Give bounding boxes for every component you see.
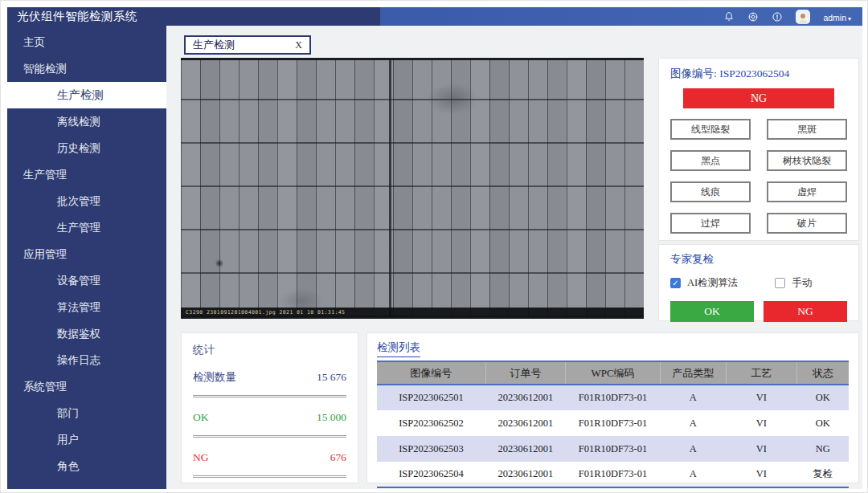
table-column-header: 图像编号 [377, 361, 485, 385]
table-cell: 20230612001 [485, 385, 566, 410]
table-column-header: 订单号 [485, 361, 566, 385]
defect-button[interactable]: 过焊 [670, 213, 751, 234]
defect-button[interactable]: 虚焊 [767, 181, 847, 202]
tab-label: 生产检测 [193, 38, 235, 52]
table-row[interactable]: ISP202306250220230612001F01R10DF73-01AVI… [377, 410, 849, 436]
table-column-header: WPC编码 [566, 361, 660, 385]
defect-button[interactable]: 线型隐裂 [670, 119, 751, 140]
gear-icon[interactable] [747, 11, 759, 22]
info-icon[interactable] [772, 11, 783, 22]
chevron-down-icon: ▾ [848, 15, 851, 22]
table-cell: A [660, 436, 726, 462]
verdict-buttons: OK NG [670, 301, 847, 322]
defect-button[interactable]: 树枝状隐裂 [767, 150, 847, 171]
table-column-header: 状态 [796, 361, 849, 385]
sidebar-item[interactable]: 生产管理 [7, 161, 166, 188]
table-cell: A [660, 462, 726, 487]
table-cell: F01R10DF73-01 [566, 462, 660, 487]
table-cell: 20230612001 [485, 436, 566, 462]
sidebar-item[interactable]: 角色 [7, 453, 166, 479]
table-header-row: 图像编号订单号WPC编码产品类型工艺状态 [377, 361, 849, 385]
sidebar-item[interactable]: 数据鉴权 [7, 320, 166, 347]
detection-table: 图像编号订单号WPC编码产品类型工艺状态 ISP2023062501202306… [377, 361, 849, 488]
table-cell: A [660, 410, 726, 436]
result-badge: NG [683, 88, 834, 108]
stat-row: 检测数量15 676 [193, 360, 346, 397]
table-cell: 20230612001 [485, 462, 566, 487]
table-cell: 复检 [796, 462, 849, 487]
review-mode-option[interactable]: ✓手动 [775, 276, 812, 290]
table-row[interactable]: ISP202306250420230612001F01R10DF73-01AVI… [377, 462, 849, 487]
sidebar-item[interactable]: 算法管理 [7, 294, 166, 320]
sidebar-item[interactable]: 历史检测 [7, 135, 166, 161]
ok-button[interactable]: OK [670, 301, 754, 322]
checkbox-unchecked-icon[interactable]: ✓ [775, 278, 785, 288]
close-icon[interactable]: X [295, 39, 302, 51]
tab-production-inspection[interactable]: 生产检测 X [184, 35, 311, 55]
table-cell: NG [796, 436, 849, 462]
statistics-rows: 检测数量15 676OK15 000NG676 [193, 360, 346, 478]
table-cell: 20230612001 [485, 410, 566, 436]
sidebar-item[interactable]: 部门 [7, 400, 166, 426]
table-row[interactable]: ISP202306250120230612001F01R10DF73-01AVI… [377, 385, 849, 410]
stat-label: 检测数量 [193, 370, 236, 385]
sidebar-menu: 主页智能检测生产检测离线检测历史检测生产管理批次管理生产管理应用管理设备管理算法… [7, 26, 166, 489]
detection-list-panel: 检测列表 图像编号订单号WPC编码产品类型工艺状态 ISP20230625012… [366, 332, 859, 483]
username-label: admin [823, 13, 846, 22]
table-cell: ISP2023062502 [377, 410, 485, 436]
review-mode-label: 手动 [792, 276, 812, 290]
review-mode-option[interactable]: ✓AI检测算法 [670, 276, 738, 290]
header-actions: admin▾ [723, 10, 862, 24]
image-watermark: C3290 2301091201004001.jpg 2021 01 10 01… [181, 308, 644, 317]
defect-button[interactable]: 黑斑 [767, 119, 847, 140]
table-cell: ISP2023062503 [377, 436, 485, 462]
defect-button[interactable]: 破片 [767, 213, 847, 234]
expert-review-panel: 专家复检 ✓AI检测算法✓手动 OK NG [658, 244, 859, 321]
statistics-title: 统计 [193, 343, 346, 357]
sidebar-item[interactable]: 智能检测 [7, 55, 166, 82]
table-cell: F01R10DF73-01 [566, 410, 660, 436]
defect-button[interactable]: 黑点 [670, 150, 751, 171]
review-mode-label: AI检测算法 [687, 276, 738, 290]
user-avatar[interactable] [796, 10, 810, 24]
sidebar-item[interactable]: 生产检测 [7, 82, 166, 108]
sidebar-item[interactable]: 主页 [7, 29, 166, 55]
user-menu[interactable]: admin▾ [823, 10, 851, 24]
sidebar-item[interactable]: 设备管理 [7, 267, 166, 294]
detection-list-title: 检测列表 [377, 340, 420, 357]
table-cell: OK [796, 385, 849, 410]
stat-value: 676 [330, 451, 346, 464]
sidebar-item[interactable]: 离线检测 [7, 108, 166, 135]
statistics-panel: 统计 检测数量15 676OK15 000NG676 [181, 332, 358, 483]
stat-value: 15 676 [317, 371, 346, 384]
stat-label: NG [193, 451, 209, 464]
sidebar-item[interactable]: 批次管理 [7, 188, 166, 214]
table-cell: ISP2023062504 [377, 462, 485, 487]
table-cell: F01R10DF73-01 [566, 436, 660, 462]
sidebar-item[interactable]: 应用管理 [7, 241, 166, 267]
table-cell: VI [726, 436, 796, 462]
el-inspection-image[interactable]: C3290 2301091201004001.jpg 2021 01 10 01… [181, 58, 644, 319]
bell-icon[interactable] [723, 11, 735, 22]
app-window: 光伏组件智能检测系统 [0, 0, 868, 493]
sidebar-item[interactable]: 用户 [7, 426, 166, 453]
stat-row: OK15 000 [193, 400, 346, 438]
top-header: 光伏组件智能检测系统 [7, 7, 862, 26]
app-title: 光伏组件智能检测系统 [7, 9, 137, 24]
table-row[interactable]: ISP202306250320230612001F01R10DF73-01AVI… [377, 436, 849, 462]
defect-button[interactable]: 线痕 [670, 181, 751, 202]
image-id: 图像编号: ISP2023062504 [670, 67, 847, 81]
review-mode-options: ✓AI检测算法✓手动 [670, 276, 847, 290]
table-cell: VI [726, 385, 796, 410]
stat-value: 15 000 [317, 411, 346, 424]
sidebar-item[interactable]: 系统管理 [7, 373, 166, 400]
table-cell: F01R10DF73-01 [566, 385, 660, 410]
sidebar-item[interactable]: 生产管理 [7, 214, 166, 241]
main-content: 生产检测 X C3290 2301091201004001.jpg 2021 0… [166, 26, 862, 489]
table-cell: ISP2023062501 [377, 385, 485, 410]
table-cell: VI [726, 462, 796, 487]
sidebar-item[interactable]: 操作日志 [7, 347, 166, 373]
ng-button[interactable]: NG [764, 301, 847, 322]
checkbox-checked-icon[interactable]: ✓ [670, 278, 681, 288]
table-cell: OK [796, 410, 849, 436]
